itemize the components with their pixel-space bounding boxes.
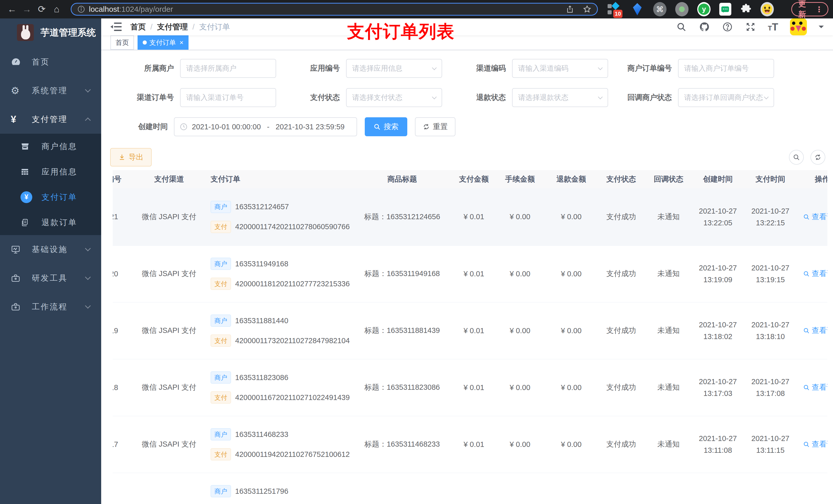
extension-dot-icon[interactable] [675,2,689,16]
magnifier-icon [803,214,810,220]
view-detail-link[interactable]: 查看详情 [803,439,827,450]
tab-pay-order[interactable]: 支付订单 × [138,35,189,50]
fee-amount: ¥ 0.00 [494,359,546,416]
browser-reload-icon[interactable]: ⟳ [34,4,49,15]
browser-back-icon[interactable]: ← [5,4,20,15]
view-detail-link[interactable]: 查看详情 [803,269,827,279]
breadcrumb-pay-manage[interactable]: 支付管理 [157,22,188,32]
address-bar[interactable]: localhost:1024/pay/order [71,3,598,16]
tab-home[interactable]: 首页 [111,35,134,50]
show-search-toggle-button[interactable] [789,150,804,165]
extension-chat-icon[interactable] [719,3,731,16]
refund-amount: ¥ 0.00 [546,302,597,359]
merchant-order-no-input[interactable]: 请输入商户订单编号 [678,59,774,78]
goods-title: 标题：1635311881439 [351,302,453,359]
extension-badge: 10 [613,10,622,18]
extension-command-icon[interactable]: ⌘ [653,2,667,16]
fee-amount [494,473,546,504]
briefcase-icon [11,302,27,312]
pay-amount: ¥ 0.01 [453,302,494,359]
avatar-caret-icon[interactable] [819,26,824,31]
sidebar-item-dev-tools[interactable]: 研发工具 [0,264,101,292]
pay-time: 2021-10-2713:19:15 [744,245,796,302]
sidebar-item-infrastructure[interactable]: 基础设施 [0,235,101,264]
extension-gem-icon[interactable] [630,2,644,16]
pay-amount [453,473,494,504]
pay-channel: 微信 JSAPI 支付 [130,189,208,245]
create-time: 2021-10-2713:17:03 [692,359,744,416]
sidebar-item-payment[interactable]: ¥ 支付管理 [0,105,101,134]
search-button[interactable]: 搜索 [365,117,407,136]
sidebar-collapse-icon[interactable] [111,22,122,32]
reset-button[interactable]: 重置 [415,117,455,136]
browser-menu-icon[interactable]: ⋮ [815,5,823,14]
order-id: 17 [113,416,130,473]
pay-time [744,473,796,504]
share-icon[interactable] [566,5,574,13]
payment-submenu: 商户信息 应用信息 ¥ 支付订单 退款订单 [0,134,101,235]
browser-update-button[interactable]: 更新 ⋮ [791,2,828,16]
extension-diamond-icon[interactable]: 10 [607,2,621,16]
channel-code-select[interactable]: 请输入渠道编码 [512,59,608,78]
fullscreen-icon[interactable] [745,21,756,32]
col-title: 商品标题 [351,170,453,189]
sidebar-item-app-info[interactable]: 应用信息 [0,159,101,184]
magnifier-icon [803,441,810,448]
col-notify-status: 回调状态 [645,170,692,189]
view-detail-link[interactable]: 查看详情 [803,326,827,336]
notify-status-select[interactable]: 请选择订单回调商户状态 [678,88,774,107]
breadcrumb-home[interactable]: 首页 [130,22,146,32]
tab-close-icon[interactable]: × [180,39,184,46]
app-select[interactable]: 请选择应用信息 [346,59,442,78]
grid-icon [21,167,37,176]
bookmark-star-icon[interactable] [583,5,592,14]
avatar[interactable] [790,19,807,35]
navbar-actions: TT [676,19,824,35]
extension-y-icon[interactable]: y [697,2,711,16]
help-icon[interactable] [722,21,733,32]
pay-status-select[interactable]: 请选择支付状态 [346,88,442,107]
create-time-range-input[interactable]: 2021-10-01 00:00:00 - 2021-10-31 23:59:5… [174,117,357,136]
refresh-table-button[interactable] [810,150,825,165]
extensions-puzzle-icon[interactable] [740,3,752,16]
app-title: 芋道管理系统 [41,26,96,39]
order-table-wrap: 编号 支付渠道 支付订单 商品标题 支付金额 手续金额 退款金额 支付状态 回调… [113,170,827,504]
table-row: 20 微信 JSAPI 支付 商户 1635311949168 支付 42000… [113,245,827,302]
sidebar-item-pay-order[interactable]: ¥ 支付订单 [0,184,101,210]
pay-channel: 微信 JSAPI 支付 [130,416,208,473]
channel-order-no-input[interactable]: 请输入渠道订单号 [180,88,276,107]
merchant-order-no: 1635311251796 [235,487,288,496]
profile-emoji-icon[interactable] [761,2,774,16]
action-cell: 查看详情 [796,416,827,473]
goods-title: 标题：1635311949168 [351,245,453,302]
search-icon [793,154,800,161]
filter-refund-status: 退款状态 请选择退款状态 [442,88,608,107]
magnifier-icon [803,270,810,277]
export-button[interactable]: 导出 [110,148,152,166]
browser-forward-icon[interactable]: → [20,4,34,15]
sidebar-item-merchant-info[interactable]: 商户信息 [0,134,101,159]
refund-status-select[interactable]: 请选择退款状态 [512,88,608,107]
github-icon[interactable] [699,21,710,32]
chevron-down-icon [85,274,91,280]
view-detail-link[interactable]: 查看详情 [803,212,827,222]
site-info-icon[interactable] [77,5,85,13]
sidebar-item-workflow[interactable]: 工作流程 [0,292,101,321]
breadcrumb-pay-order: 支付订单 [199,22,230,32]
merchant-select[interactable]: 请选择所属商户 [180,59,276,78]
browser-home-icon[interactable]: ⌂ [49,4,64,15]
merchant-order-no: 1635311823086 [235,374,288,382]
view-detail-link[interactable]: 查看详情 [803,382,827,392]
sidebar-item-home[interactable]: 首页 [0,48,101,76]
chevron-down-icon [85,303,91,309]
sidebar-item-refund-order[interactable]: 退款订单 [0,210,101,235]
table-row: 18 微信 JSAPI 支付 商户 1635311823086 支付 42000… [113,359,827,416]
chevron-up-icon [85,118,91,123]
sidebar-item-system[interactable]: ⚙ 系统管理 [0,76,101,105]
app-logo-row[interactable]: 芋道管理系统 [0,19,101,47]
order-id: 18 [113,359,130,416]
channel-pay-no: 4200001194202110276752100612 [235,450,350,459]
refresh-icon [423,123,430,130]
search-icon[interactable] [676,21,687,32]
font-size-icon[interactable]: TT [768,21,778,33]
